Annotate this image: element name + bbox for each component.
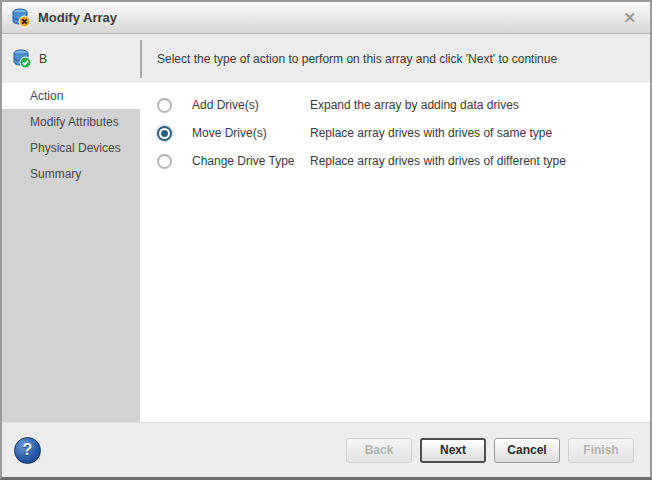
array-name-label: B <box>39 52 47 66</box>
sidebar-item-modify-attributes[interactable]: Modify Attributes <box>2 109 140 135</box>
option-label[interactable]: Change Drive Type <box>192 154 310 168</box>
instruction-text: Select the type of action to perform on … <box>142 34 557 83</box>
option-description: Replace array drives with drives of diff… <box>310 154 566 168</box>
dialog-title: Modify Array <box>38 10 619 25</box>
radio-move-drives[interactable] <box>157 126 172 141</box>
option-label[interactable]: Move Drive(s) <box>192 126 310 140</box>
footer-buttons: Back Next Cancel Finish <box>346 438 634 463</box>
sidebar-item-action[interactable]: Action <box>2 83 140 109</box>
option-row-change-drive-type: Change Drive Type Replace array drives w… <box>140 147 650 175</box>
option-description: Expand the array by adding data drives <box>310 98 519 112</box>
modify-array-dialog: Modify Array ✕ B Select the type of acti… <box>0 0 652 480</box>
array-badge: B <box>2 34 140 83</box>
sidebar-item-physical-devices[interactable]: Physical Devices <box>2 135 140 161</box>
finish-button[interactable]: Finish <box>568 438 634 463</box>
option-description: Replace array drives with drives of same… <box>310 126 552 140</box>
modify-array-icon <box>11 8 31 28</box>
radio-add-drives[interactable] <box>157 98 172 113</box>
action-options-panel: Add Drive(s) Expand the array by adding … <box>140 83 650 422</box>
radio-change-drive-type[interactable] <box>157 154 172 169</box>
back-button[interactable]: Back <box>346 438 412 463</box>
wizard-header: B Select the type of action to perform o… <box>2 34 650 83</box>
sidebar-item-summary[interactable]: Summary <box>2 161 140 187</box>
wizard-body: Action Modify Attributes Physical Device… <box>2 83 650 422</box>
help-icon[interactable]: ? <box>14 437 41 464</box>
option-row-add-drives: Add Drive(s) Expand the array by adding … <box>140 91 650 119</box>
dialog-footer: ? Back Next Cancel Finish <box>2 422 650 477</box>
option-row-move-drives: Move Drive(s) Replace array drives with … <box>140 119 650 147</box>
wizard-steps-sidebar: Action Modify Attributes Physical Device… <box>2 83 140 422</box>
close-icon[interactable]: ✕ <box>619 8 640 27</box>
title-bar: Modify Array ✕ <box>2 2 650 34</box>
next-button[interactable]: Next <box>420 438 486 463</box>
cancel-button[interactable]: Cancel <box>494 438 560 463</box>
array-ok-icon <box>12 49 32 69</box>
option-label[interactable]: Add Drive(s) <box>192 98 310 112</box>
